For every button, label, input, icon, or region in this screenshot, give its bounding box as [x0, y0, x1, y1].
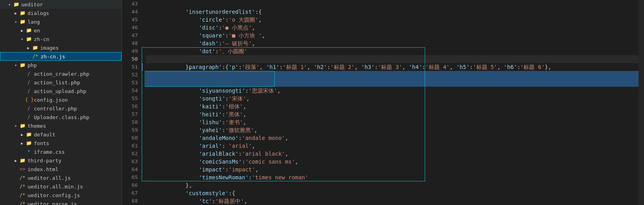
code-line-48: 'dot':'。小圆圈': [146, 39, 638, 47]
line-number: 55: [122, 95, 138, 102]
sidebar-item-third-party[interactable]: ▶ 📁 third-party: [0, 156, 122, 165]
js-file-icon: /*: [32, 54, 39, 59]
line-number: 50: [122, 55, 138, 63]
line-number: 56: [122, 102, 138, 110]
sidebar-item-label: dialogs: [28, 10, 49, 16]
vertical-scrollbar[interactable]: [638, 0, 644, 205]
js-file-icon: /*: [19, 184, 26, 189]
css-file-icon: *: [25, 149, 32, 155]
sidebar-item-label: default: [34, 132, 56, 138]
sidebar-item-label: zh-cn.js: [41, 54, 65, 60]
sidebar-item-themes[interactable]: ▾ 📁 themes: [0, 121, 122, 130]
sidebar-item-zh-cn[interactable]: ▾ 📁 zh-cn: [0, 35, 122, 43]
line-number: 66: [122, 181, 138, 189]
code-line-62: 'comicSansMs':'comic sans ms',: [146, 150, 638, 158]
code-line-51: {'fontfamily':{: [146, 63, 638, 71]
sidebar-item-dialogs[interactable]: ▶ 📁 dialogs: [0, 9, 122, 17]
sidebar-item-label: ueditor: [21, 2, 43, 7]
sidebar-item-fonts[interactable]: ▶ 📁 fonts: [0, 139, 122, 147]
folder-icon: 📁: [19, 123, 26, 129]
folder-icon: 📁: [25, 132, 32, 137]
sidebar-item-label: ueditor.parse.js: [28, 201, 77, 205]
sidebar-item-config-json[interactable]: ▶ { } config.json: [0, 95, 122, 104]
html-file-icon: <>: [19, 166, 26, 172]
code-line-68: 'tl':'标题居左',: [146, 197, 638, 205]
sidebar-item-label: third-party: [28, 158, 61, 164]
sidebar-item-label: themes: [28, 123, 46, 129]
sidebar-item-ueditor-all-min[interactable]: ▶ /* ueditor.all.min.js: [0, 182, 122, 191]
sidebar-item-images[interactable]: ▶ 📁 images: [0, 43, 122, 52]
sidebar-item-php[interactable]: ▾ 📁 php: [0, 61, 122, 69]
sidebar-item-controller[interactable]: ▶ / controller.php: [0, 104, 122, 113]
code-line-65: },: [146, 173, 638, 181]
sidebar-item-en[interactable]: ▶ 📁 en: [0, 26, 122, 35]
code-line-66: 'customstyle':{: [146, 181, 638, 189]
sidebar-item-ueditor-parse[interactable]: ▶ /* ueditor.parse.js: [0, 199, 122, 205]
code-content[interactable]: 'insertunorderedlist':{ 'circle':'o 大圆圈'…: [142, 0, 638, 205]
code-line-60: 'arial': 'arial',: [146, 134, 638, 142]
line-number: 68: [122, 197, 138, 205]
sidebar-item-action-upload[interactable]: ▶ / action_upload.php: [0, 87, 122, 95]
sidebar-item-label: php: [28, 62, 37, 68]
line-number: 47: [122, 32, 138, 39]
js-file-icon: /*: [19, 192, 26, 198]
line-number: 45: [122, 16, 138, 24]
sidebar-item-action-crawler[interactable]: ▶ / action_crawler.php: [0, 69, 122, 78]
sidebar-item-zh-cn-js[interactable]: ▶ /* zh-cn.js: [0, 52, 122, 61]
sidebar-item-ueditor-all-js[interactable]: ▶ /* ueditor.all.js: [0, 173, 122, 182]
line-number: 63: [122, 158, 138, 166]
line-number: 59: [122, 126, 138, 134]
code-line-45: 'disc':'● 小黑点',: [146, 16, 638, 24]
sidebar-item-label: index.html: [28, 166, 58, 172]
sidebar-item-uploader-class[interactable]: ▶ / Uploader.class.php: [0, 113, 122, 121]
sidebar-item-default[interactable]: ▶ 📁 default: [0, 130, 122, 139]
arrow-icon: ▶: [19, 132, 25, 137]
folder-icon: 📁: [19, 10, 26, 16]
sidebar-item-label: controller.php: [34, 106, 77, 112]
sidebar-item-label: action_upload.php: [34, 88, 86, 94]
code-line-56: 'heiti':'黑体',: [146, 102, 638, 110]
line-number: 64: [122, 166, 138, 173]
sidebar-item-label: ueditor.config.js: [28, 192, 80, 198]
sidebar-item-label: fonts: [34, 140, 49, 146]
code-line-47: 'dash':'– 破折号',: [146, 32, 638, 39]
line-number: 49: [122, 47, 138, 55]
sidebar-item-label: iframe.css: [34, 149, 65, 155]
sidebar-item-ueditor-config[interactable]: ▶ /* ueditor.config.js: [0, 191, 122, 199]
php-file-icon: /: [25, 71, 32, 76]
code-line-50: 'paragraph':{'p':'段落', 'h1':'标题 1', 'h2'…: [146, 55, 638, 63]
sidebar-item-action-list[interactable]: ▶ / action_list.php: [0, 78, 122, 87]
code-line-57: 'lishu':'隶书',: [146, 110, 638, 118]
arrow-icon: ▶: [19, 141, 25, 145]
folder-icon: 📁: [31, 45, 39, 50]
sidebar-item-label: images: [40, 45, 59, 51]
sidebar-item-label: Uploader.class.php: [34, 114, 89, 120]
line-number: 43: [122, 0, 138, 8]
arrow-icon: ▾: [13, 20, 19, 24]
arrow-icon: ▶: [25, 46, 31, 50]
sidebar-item-index-html[interactable]: ▶ <> index.html: [0, 165, 122, 173]
php-file-icon: /: [25, 80, 32, 85]
php-file-icon: /: [25, 88, 32, 94]
line-number: 67: [122, 189, 138, 197]
line-number: 54: [122, 87, 138, 95]
code-line-52: 'siyuanheiti':'思源黑体',: [146, 71, 638, 79]
line-number: 58: [122, 118, 138, 126]
js-file-icon: /*: [19, 201, 26, 205]
code-line-43: 'insertunorderedlist':{: [146, 0, 638, 8]
line-number: 46: [122, 24, 138, 32]
code-line-59: 'andaleMono':'andale mono',: [146, 126, 638, 134]
arrow-icon: ▶: [19, 28, 25, 33]
sidebar-item-label: ueditor.all.min.js: [28, 184, 83, 190]
line-number: 60: [122, 134, 138, 142]
line-number: 44: [122, 8, 138, 16]
sidebar-item-iframe-css[interactable]: ▶ * iframe.css: [0, 147, 122, 156]
arrow-icon: ▶: [13, 11, 19, 15]
sidebar-item-ueditor[interactable]: ▾ 📁 ueditor: [0, 0, 122, 9]
sidebar-item-lang[interactable]: ▾ 📁 lang: [0, 17, 122, 26]
line-number: 48: [122, 39, 138, 47]
php-file-icon: /: [25, 114, 32, 120]
file-tree: ▾ 📁 ueditor ▶ 📁 dialogs ▾ 📁 lang ▶ 📁 en …: [0, 0, 122, 205]
folder-icon: 📁: [25, 28, 32, 33]
folder-icon: 📁: [25, 140, 32, 146]
